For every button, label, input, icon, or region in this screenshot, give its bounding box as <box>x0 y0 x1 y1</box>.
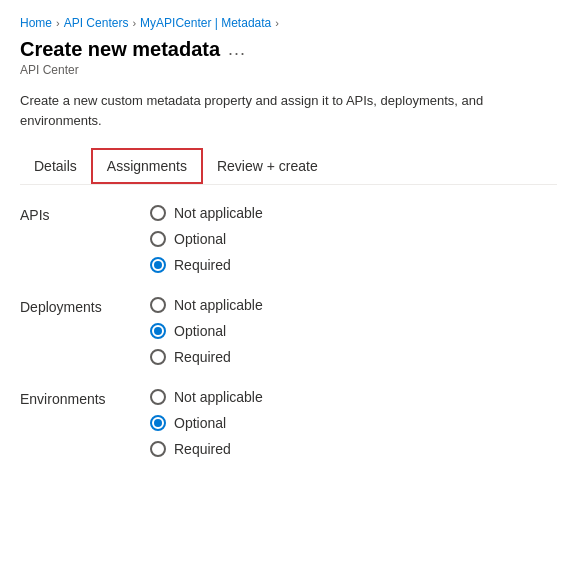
deployments-not-applicable[interactable]: Not applicable <box>150 297 263 313</box>
radio-circle-apis-required[interactable] <box>150 257 166 273</box>
breadcrumb-sep-2: › <box>132 17 136 29</box>
breadcrumb: Home › API Centers › MyAPICenter | Metad… <box>20 16 557 30</box>
tab-details[interactable]: Details <box>20 148 91 184</box>
field-label-apis: APIs <box>20 205 150 223</box>
field-label-environments: Environments <box>20 389 150 407</box>
radio-circle-deployments-not-applicable[interactable] <box>150 297 166 313</box>
radio-circle-apis-optional[interactable] <box>150 231 166 247</box>
deployments-required[interactable]: Required <box>150 349 263 365</box>
breadcrumb-api-centers[interactable]: API Centers <box>64 16 129 30</box>
field-group-environments: Environments Not applicable Optional Req… <box>20 389 557 457</box>
environments-optional[interactable]: Optional <box>150 415 263 431</box>
radio-label-deployments-optional: Optional <box>174 323 226 339</box>
breadcrumb-sep-3: › <box>275 17 279 29</box>
radio-label-environments-required: Required <box>174 441 231 457</box>
radio-circle-environments-not-applicable[interactable] <box>150 389 166 405</box>
tabs-container: Details Assignments Review + create <box>20 148 557 185</box>
environments-required[interactable]: Required <box>150 441 263 457</box>
radio-circle-deployments-required[interactable] <box>150 349 166 365</box>
radio-circle-apis-not-applicable[interactable] <box>150 205 166 221</box>
field-group-deployments: Deployments Not applicable Optional Requ… <box>20 297 557 365</box>
form-section: APIs Not applicable Optional Required De… <box>20 205 557 481</box>
radio-label-apis-not-applicable: Not applicable <box>174 205 263 221</box>
radio-circle-environments-optional[interactable] <box>150 415 166 431</box>
page-description: Create a new custom metadata property an… <box>20 91 557 130</box>
field-group-apis: APIs Not applicable Optional Required <box>20 205 557 273</box>
radio-options-environments: Not applicable Optional Required <box>150 389 263 457</box>
breadcrumb-myapicenter[interactable]: MyAPICenter | Metadata <box>140 16 271 30</box>
radio-circle-environments-required[interactable] <box>150 441 166 457</box>
radio-circle-deployments-optional[interactable] <box>150 323 166 339</box>
radio-options-deployments: Not applicable Optional Required <box>150 297 263 365</box>
radio-options-apis: Not applicable Optional Required <box>150 205 263 273</box>
page-header: Create new metadata ... <box>20 38 557 61</box>
radio-label-apis-required: Required <box>174 257 231 273</box>
page-title: Create new metadata <box>20 38 220 61</box>
radio-label-environments-optional: Optional <box>174 415 226 431</box>
radio-label-deployments-required: Required <box>174 349 231 365</box>
tab-assignments[interactable]: Assignments <box>91 148 203 184</box>
breadcrumb-home[interactable]: Home <box>20 16 52 30</box>
apis-optional[interactable]: Optional <box>150 231 263 247</box>
page-subtitle: API Center <box>20 63 557 77</box>
apis-required[interactable]: Required <box>150 257 263 273</box>
field-label-deployments: Deployments <box>20 297 150 315</box>
tab-review-create[interactable]: Review + create <box>203 148 332 184</box>
deployments-optional[interactable]: Optional <box>150 323 263 339</box>
apis-not-applicable[interactable]: Not applicable <box>150 205 263 221</box>
environments-not-applicable[interactable]: Not applicable <box>150 389 263 405</box>
more-options-icon[interactable]: ... <box>228 39 246 60</box>
radio-label-environments-not-applicable: Not applicable <box>174 389 263 405</box>
radio-label-apis-optional: Optional <box>174 231 226 247</box>
radio-label-deployments-not-applicable: Not applicable <box>174 297 263 313</box>
breadcrumb-sep-1: › <box>56 17 60 29</box>
